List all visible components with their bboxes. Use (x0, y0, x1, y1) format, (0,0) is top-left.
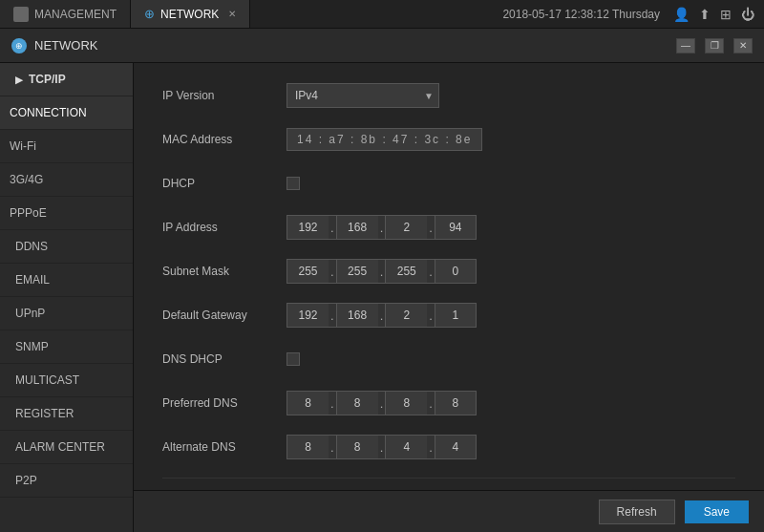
grid-icon[interactable]: ⊞ (720, 7, 732, 22)
dns-dhcp-label: DNS DHCP (162, 352, 286, 366)
gateway-dot-2: . (378, 303, 386, 328)
content-inner: IP Version IPv4 IPv6 ▼ MAC Address 14 : … (134, 63, 764, 490)
export-icon[interactable]: ⬆ (699, 7, 711, 22)
preferred-dns-octet-2[interactable] (336, 391, 378, 415)
preferred-dns-octet-1[interactable] (286, 391, 329, 415)
minimize-button[interactable]: — (676, 38, 695, 53)
sidebar-item-upnp-label: UPnP (15, 307, 45, 320)
subnet-mask-label: Subnet Mask (162, 265, 286, 278)
subnet-dot-1: . (329, 259, 336, 284)
sidebar-item-pppoe[interactable]: PPPoE (0, 197, 133, 230)
gateway-octet-2[interactable] (336, 303, 378, 328)
subnet-mask-octet-2[interactable] (336, 259, 378, 284)
alternate-dns-dot-1: . (329, 435, 336, 459)
app-controls: — ❐ ✕ (676, 38, 753, 53)
gateway-octet-3[interactable] (385, 303, 427, 328)
default-gateway-row: Default Gateway . . . (162, 302, 735, 329)
mac-address-row: MAC Address 14 : a7 : 8b : 47 : 3c : 8e (162, 126, 735, 153)
sidebar-item-register[interactable]: REGISTER (0, 397, 133, 431)
preferred-dns-row: Preferred DNS . . . (162, 390, 735, 416)
topbar-icons: 👤 ⬆ ⊞ ⏻ (673, 7, 754, 22)
alternate-dns-octet-1[interactable] (286, 435, 329, 459)
preferred-dns-dot-2: . (378, 391, 386, 415)
dhcp-checkbox[interactable] (286, 177, 300, 190)
management-icon (13, 7, 29, 22)
ip-address-octet-2[interactable] (336, 215, 378, 240)
alternate-dns-dot-2: . (378, 435, 386, 459)
subnet-mask-octet-4[interactable] (435, 259, 477, 284)
ip-dot-1: . (329, 215, 336, 240)
close-button[interactable]: ✕ (733, 38, 753, 53)
alternate-dns-octet-4[interactable] (435, 435, 477, 459)
sidebar-item-ddns[interactable]: DDNS (0, 230, 133, 264)
user-icon[interactable]: 👤 (673, 7, 690, 22)
tab-network-close[interactable]: ✕ (228, 9, 236, 19)
preferred-dns-dot-3: . (427, 391, 435, 415)
ip-version-select-wrapper: IPv4 IPv6 ▼ (286, 83, 439, 108)
alternate-dns-row: Alternate DNS . . . (162, 434, 735, 460)
app-icon-char: ⊕ (15, 41, 23, 51)
sidebar-item-email[interactable]: EMAIL (0, 264, 133, 297)
ip-address-octet-1[interactable] (286, 215, 329, 240)
ip-version-control: IPv4 IPv6 ▼ (286, 83, 439, 108)
power-icon[interactable]: ⏻ (741, 7, 754, 22)
ip-address-row: IP Address . . . (162, 214, 735, 241)
subnet-mask-octet-3[interactable] (385, 259, 427, 284)
dns-dhcp-row: DNS DHCP (162, 346, 735, 372)
sidebar-item-multicast[interactable]: MULTICAST (0, 364, 133, 397)
tab-management[interactable]: MANAGEMENT (0, 0, 131, 28)
ip-address-group: . . . (286, 215, 477, 240)
app-title: ⊕ NETWORK (11, 38, 97, 53)
main-layout: ▶ TCP/IP CONNECTION Wi-Fi 3G/4G PPPoE DD… (0, 63, 764, 532)
app-header: ⊕ NETWORK — ❐ ✕ (0, 29, 764, 63)
sidebar-item-upnp[interactable]: UPnP (0, 297, 133, 330)
sidebar-item-p2p-label: P2P (15, 474, 37, 487)
sidebar-item-3g4g-label: 3G/4G (10, 173, 43, 186)
default-gateway-label: Default Gateway (162, 309, 286, 322)
sidebar-item-3g4g[interactable]: 3G/4G (0, 163, 133, 197)
tab-network[interactable]: ⊕ NETWORK ✕ (131, 0, 250, 28)
dns-dhcp-control (286, 352, 300, 366)
alternate-dns-group: . . . (286, 435, 477, 459)
sidebar-item-alarm-center[interactable]: ALARM CENTER (0, 431, 133, 464)
sidebar-item-wifi[interactable]: Wi-Fi (0, 130, 133, 163)
sidebar-item-wifi-label: Wi-Fi (10, 139, 36, 153)
dns-dhcp-checkbox[interactable] (286, 352, 300, 366)
sidebar-item-connection[interactable]: CONNECTION (0, 96, 133, 130)
preferred-dns-dot-1: . (329, 391, 336, 415)
ip-address-octet-4[interactable] (435, 215, 477, 240)
sidebar-item-snmp[interactable]: SNMP (0, 330, 133, 364)
ip-version-label: IP Version (162, 89, 286, 102)
ip-address-octet-3[interactable] (385, 215, 427, 240)
gateway-octet-4[interactable] (435, 303, 477, 328)
sidebar: ▶ TCP/IP CONNECTION Wi-Fi 3G/4G PPPoE DD… (0, 63, 134, 532)
preferred-dns-octet-3[interactable] (385, 391, 427, 415)
tab-management-label: MANAGEMENT (34, 8, 117, 21)
restore-button[interactable]: ❐ (705, 38, 724, 53)
sidebar-item-snmp-label: SNMP (15, 340, 49, 353)
subnet-dot-2: . (378, 259, 386, 284)
sidebar-item-p2p[interactable]: P2P (0, 464, 133, 498)
mac-address-display: 14 : a7 : 8b : 47 : 3c : 8e (286, 128, 482, 151)
dhcp-label: DHCP (162, 177, 286, 190)
alternate-dns-octet-2[interactable] (336, 435, 378, 459)
gateway-octet-1[interactable] (286, 303, 329, 328)
mac-address-control: 14 : a7 : 8b : 47 : 3c : 8e (286, 128, 482, 151)
refresh-button[interactable]: Refresh (599, 500, 675, 524)
ip-version-select[interactable]: IPv4 IPv6 (286, 83, 439, 108)
save-button[interactable]: Save (685, 500, 749, 523)
preferred-dns-octet-4[interactable] (435, 391, 477, 415)
ip-dot-3: . (427, 215, 435, 240)
subnet-mask-octet-1[interactable] (286, 259, 329, 284)
network-icon: ⊕ (144, 7, 155, 21)
ip-address-label: IP Address (162, 221, 286, 234)
sidebar-item-tcpip[interactable]: ▶ TCP/IP (0, 63, 133, 96)
sidebar-item-email-label: EMAIL (15, 273, 50, 287)
bottom-bar: Refresh Save (134, 490, 764, 532)
alternate-dns-octet-3[interactable] (385, 435, 427, 459)
topbar-datetime-area: 2018-05-17 12:38:12 Thursday 👤 ⬆ ⊞ ⏻ (502, 7, 764, 22)
preferred-dns-label: Preferred DNS (162, 396, 286, 410)
default-gateway-group: . . . (286, 303, 477, 328)
sidebar-item-multicast-label: MULTICAST (15, 373, 79, 387)
subnet-mask-row: Subnet Mask . . . (162, 258, 735, 285)
